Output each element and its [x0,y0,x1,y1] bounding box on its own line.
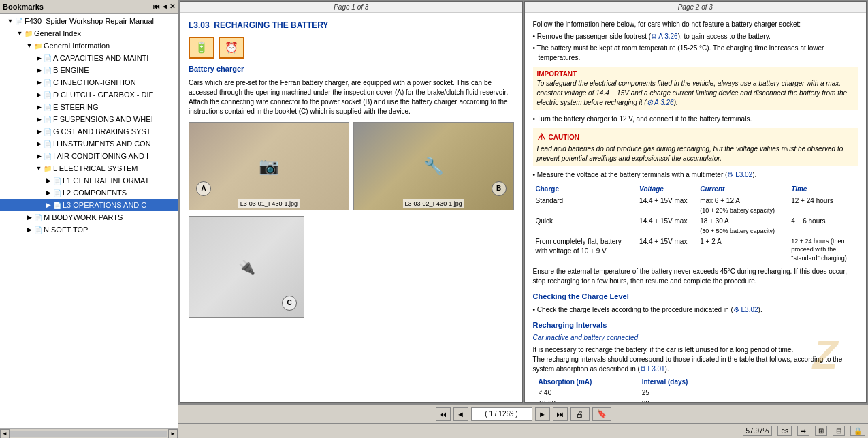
photo-right: 🔧 B L3-03-02_F430-1.jpg [353,122,514,210]
hscroll-right[interactable]: ► [168,429,178,439]
tree-label-l2: L2 COMPONENTS [63,189,127,197]
tree-toggle-i[interactable]: ▶ [34,151,44,161]
tree-item-l1[interactable]: ▶ 📄 L1 GENERAL INFORMAT [0,174,178,187]
sidebar-hscroll[interactable]: ◄ ► [0,428,178,438]
tree-item-n[interactable]: ▶ 📄 N SOFT TOP [0,223,178,236]
tree-toggle-h[interactable]: ▶ [34,139,44,148]
sidebar-nav-first[interactable]: ⏮ [153,3,160,10]
battery-charger-label: Battery charger [189,64,514,74]
tree-label-f: F SUSPENSIONS AND WHEI [53,115,153,123]
photo-left-inner: 📷 [189,123,349,210]
abs-r2c1: 40-60 [533,398,637,403]
tree-item-f[interactable]: ▶ 📄 F SUSPENSIONS AND WHEI [0,113,178,125]
icon-box: 🔋 ⏰ [189,37,244,59]
row1-charge: Standard [533,195,637,216]
hscroll-left[interactable]: ◄ [0,429,10,439]
tree-toggle-l[interactable]: ▼ [34,163,44,173]
status-collapse[interactable]: ⊟ [833,426,845,436]
tree-item-h[interactable]: ▶ 📄 H INSTRUMENTS AND CON [0,138,178,150]
tree-toggle-m[interactable]: ▶ [25,213,34,222]
sidebar-close[interactable]: ✕ [170,3,175,10]
tree-item-m[interactable]: ▶ 📄 M BODYWORK PARTS [0,211,178,223]
tree-item-g[interactable]: ▶ 📄 G CST AND BRAKING SYST [0,125,178,138]
right-bullet4: Measure the voltage at the battery termi… [533,170,858,180]
tree-icon-root: 📄 [15,18,23,25]
tree-toggle-a[interactable]: ▶ [34,53,44,63]
tree-item-root[interactable]: ▼ 📄 F430_Spider Workshop Repair Manual [0,15,178,27]
tree-label-a: A CAPACITIES AND MAINTI [53,54,148,62]
bookmark-btn[interactable]: 🔖 [592,407,611,421]
tree-item-c[interactable]: ▶ 📄 C INJECTION-IGNITION [0,76,178,89]
tree-toggle-l1[interactable]: ▶ [44,176,53,185]
important-box: IMPORTANT To safeguard the electrical co… [533,67,858,110]
nav-prev-btn[interactable]: ◄ [453,407,468,421]
right-bullet1: Remove the passenger-side footrest (⚙ A … [533,32,858,42]
charge-table: Charge Voltage Current Time Standard 14.… [533,184,858,264]
tree-item-i[interactable]: ▶ 📄 I AIR CONDITIONING AND I [0,150,178,162]
tree-item-l[interactable]: ▼ 📁 L ELECTRICAL SYSTEM [0,162,178,174]
nav-next-btn[interactable]: ► [535,407,550,421]
tree-item-e[interactable]: ▶ 📄 E STEERING [0,101,178,113]
tree-label-h: H INSTRUMENTS AND CON [53,140,151,148]
photo-row: 📷 A L3-03-01_F430-1.jpg 🔧 B L3-03-02_F43… [189,122,514,210]
right-page-num: Page 2 of 3 [678,3,713,11]
tree-toggle-f[interactable]: ▶ [34,114,44,124]
tree-item-l2[interactable]: ▶ 📄 L2 COMPONENTS [0,187,178,199]
status-arrow[interactable]: ➡ [797,426,809,436]
tree-toggle-g[interactable]: ▶ [34,127,44,136]
right-page-header: Page 2 of 3 [525,2,867,13]
nav-last-btn[interactable]: ⏭ [553,407,568,421]
tree-toggle-e[interactable]: ▶ [34,102,44,112]
content-area: Page 1 of 3 L3.03 RECHARGING THE BATTERY… [178,0,868,438]
tree-toggle-l3[interactable]: ▶ [44,200,53,210]
status-bar: 57.97% es ➡ ⊞ ⊟ 🔒 [178,423,868,438]
tree-item-a[interactable]: ▶ 📄 A CAPACITIES AND MAINTI [0,52,178,64]
row1-voltage: 14.4 + 15V max [637,195,697,216]
hscroll-track[interactable] [10,431,167,437]
pages-area: Page 1 of 3 L3.03 RECHARGING THE BATTERY… [178,0,868,404]
tree-item-general-info[interactable]: ▼ 📁 General Information [0,40,178,52]
arrow-icon: ➡ [801,427,806,435]
status-expand[interactable]: ⊞ [815,426,827,436]
checking-heading: Checking the Charge Level [533,292,858,302]
tree-toggle-l2[interactable]: ▶ [44,188,53,198]
left-page-num: Page 1 of 3 [334,3,368,11]
tree-icon-m: 📄 [34,214,42,221]
table-row: Quick 14.4 + 15V max 18 + 30 A(30 + 50% … [533,216,858,236]
col-voltage: Voltage [637,184,697,195]
tree-icon-e: 📄 [44,104,52,111]
page-input[interactable] [471,407,532,421]
abs-row: 40-6020 [533,398,728,403]
abs-r1c2: 25 [637,388,728,398]
tree-item-general-index[interactable]: ▼ 📁 General Index [0,27,178,40]
col-charge: Charge [533,184,637,195]
tree-icon-b: 📄 [44,67,52,74]
tree-toggle-c[interactable]: ▶ [34,78,44,87]
tree-toggle-general-info[interactable]: ▼ [25,41,34,50]
sidebar-title: Bookmarks [3,3,44,11]
clock-icon: ⏰ [219,37,244,59]
tree-item-d[interactable]: ▶ 📄 D CLUTCH - GEARBOX - DIF [0,89,178,101]
photo-circle-b: B [492,181,507,196]
row2-voltage: 14.4 + 15V max [637,216,697,236]
important-text: To safeguard the electrical components f… [537,79,854,108]
tree-label-n: N SOFT TOP [44,225,88,234]
tree-label-g: G CST AND BRAKING SYST [53,127,150,136]
sidebar-nav-prev[interactable]: ◄ [161,3,168,10]
caution-title: ⚠ CAUTION [537,131,854,144]
tree-item-b[interactable]: ▶ 📄 B ENGINE [0,64,178,76]
section-num: L3.03 RECHARGING THE BATTERY [189,20,328,30]
tree-toggle-d[interactable]: ▶ [34,90,44,99]
row3-time: 12 + 24 hours (thenproceed with the"stan… [788,236,858,264]
tree-icon-n: 📄 [34,226,42,234]
status-lock[interactable]: 🔒 [850,426,865,436]
tree-label-d: D CLUTCH - GEARBOX - DIF [53,91,153,99]
tree-icon-a: 📄 [44,54,52,62]
tree-toggle-n[interactable]: ▶ [25,225,34,234]
nav-first-btn[interactable]: ⏮ [436,407,451,421]
tree-toggle-b[interactable]: ▶ [34,65,44,75]
tree-toggle-root[interactable]: ▼ [5,16,15,26]
print-btn[interactable]: 🖨 [570,407,590,421]
tree-item-l3[interactable]: ▶ 📄 L3 OPERATIONS AND C [0,199,178,211]
tree-toggle-general-index[interactable]: ▼ [15,29,25,38]
